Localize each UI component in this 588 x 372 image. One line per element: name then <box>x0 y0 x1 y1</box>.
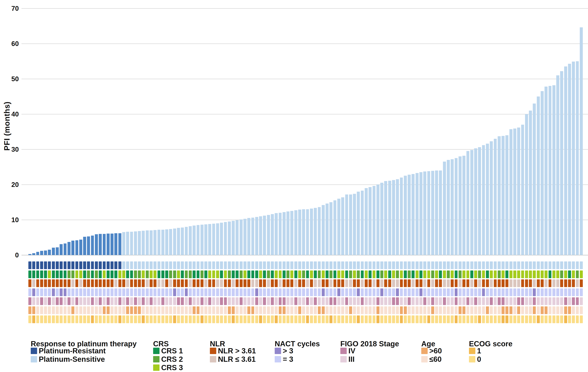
annotation-tile <box>368 297 372 305</box>
annotation-tile <box>173 315 176 323</box>
annotation-tile <box>556 279 559 287</box>
annotation-tile <box>255 270 258 278</box>
annotation-tile <box>110 306 114 314</box>
patient-bar <box>361 191 364 255</box>
clinical-annotation-grid <box>0 259 588 326</box>
annotation-tile <box>224 289 227 296</box>
annotation-tile <box>502 279 504 287</box>
annotation-tile <box>564 315 567 323</box>
annotation-tile <box>232 261 235 269</box>
annotation-tile <box>326 270 329 278</box>
annotation-tile <box>126 289 129 296</box>
annotation-tile <box>200 270 203 278</box>
legend-item-label: = 3 <box>283 355 293 363</box>
annotation-tile <box>204 315 207 323</box>
annotation-tile <box>459 270 462 278</box>
annotation-tile <box>525 315 528 323</box>
annotation-tile <box>134 297 137 305</box>
annotation-tile <box>67 297 71 305</box>
annotation-tile <box>173 297 176 305</box>
annotation-tile <box>83 297 86 305</box>
annotation-tile <box>416 306 419 314</box>
annotation-tile <box>357 270 360 278</box>
patient-bar <box>220 223 223 255</box>
annotation-tile <box>439 315 442 323</box>
annotation-tile <box>482 289 485 296</box>
patient-bar <box>83 237 86 255</box>
annotation-tile <box>28 297 32 305</box>
annotation-tile <box>251 315 254 323</box>
annotation-tile <box>36 289 39 296</box>
annotation-tile <box>306 297 309 305</box>
annotation-tile <box>95 306 98 314</box>
annotation-tile <box>373 306 376 314</box>
annotation-tile <box>161 306 164 314</box>
annotation-tile <box>263 279 266 287</box>
annotation-tile <box>427 289 430 296</box>
annotation-tile <box>158 297 160 305</box>
annotation-tile <box>126 261 129 269</box>
annotation-tile <box>482 306 485 314</box>
annotation-tile <box>126 306 129 314</box>
patient-bar <box>189 226 192 255</box>
annotation-tile <box>138 279 141 287</box>
annotation-tile <box>408 279 411 287</box>
patient-bar <box>56 247 59 255</box>
patient-bar <box>443 162 446 255</box>
annotation-tile <box>380 315 383 323</box>
annotation-tile <box>576 306 579 314</box>
annotation-tile <box>482 315 485 323</box>
annotation-tile <box>345 289 348 296</box>
annotation-tile <box>189 315 192 323</box>
annotation-tile <box>420 297 422 305</box>
annotation-tile <box>91 289 94 296</box>
annotation-tile <box>560 270 563 278</box>
annotation-tile <box>32 289 35 296</box>
patient-bar <box>275 213 278 255</box>
annotation-tile <box>134 279 137 287</box>
annotation-tile <box>490 279 493 287</box>
annotation-tile <box>502 270 504 278</box>
patient-bar <box>259 216 262 255</box>
annotation-tile <box>220 279 223 287</box>
annotation-tile <box>373 315 376 323</box>
patient-bar <box>439 170 442 255</box>
patient-bar <box>545 87 547 255</box>
annotation-tile <box>118 261 121 269</box>
patient-bar <box>408 175 411 255</box>
annotation-tile <box>36 315 39 323</box>
annotation-tile <box>396 289 399 296</box>
annotation-tile <box>373 297 376 305</box>
annotation-tile <box>560 279 563 287</box>
annotation-tile <box>169 270 172 278</box>
annotation-tile <box>298 270 301 278</box>
annotation-tile <box>517 289 520 296</box>
annotation-tile <box>326 306 329 314</box>
annotation-tile <box>216 306 219 314</box>
annotation-tile <box>107 315 110 323</box>
annotation-tile <box>44 297 47 305</box>
annotation-tile <box>79 270 82 278</box>
annotation-tile <box>290 261 293 269</box>
annotation-tile <box>451 270 454 278</box>
annotation-tile <box>75 289 78 296</box>
annotation-tile <box>576 279 579 287</box>
annotation-tile <box>568 306 571 314</box>
annotation-tile <box>44 306 47 314</box>
annotation-tile <box>103 315 106 323</box>
patient-bar <box>529 111 532 255</box>
y-tick-label: 40 <box>0 110 19 118</box>
annotation-tile <box>552 297 556 305</box>
annotation-tile <box>142 261 145 269</box>
annotation-tile <box>353 297 356 305</box>
annotation-tile <box>75 297 78 305</box>
annotation-tile <box>67 261 71 269</box>
annotation-tile <box>431 261 434 269</box>
annotation-tile <box>255 297 258 305</box>
annotation-tile <box>509 306 513 314</box>
annotation-tile <box>302 289 305 296</box>
annotation-tile <box>462 270 465 278</box>
annotation-tile <box>275 306 278 314</box>
annotation-tile <box>337 306 340 314</box>
annotation-tile <box>263 261 266 269</box>
